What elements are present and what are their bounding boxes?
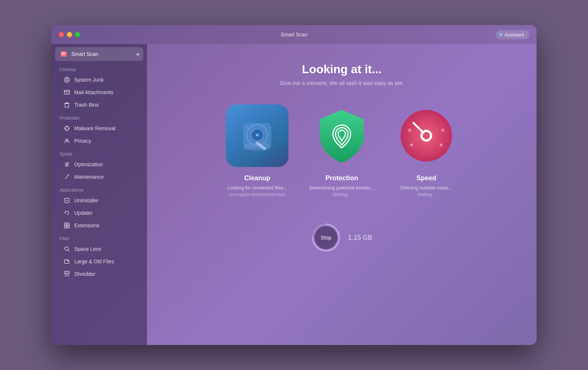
shredder-icon — [63, 270, 71, 278]
sidebar-section-files: Files — [51, 232, 147, 243]
sidebar-item-large-old-files[interactable]: Large & Old Files — [55, 255, 143, 268]
sidebar-active-label: Smart Scan — [71, 51, 98, 57]
sidebar-item-space-lens[interactable]: Space Lens — [55, 243, 143, 255]
svg-point-42 — [256, 134, 258, 136]
title-bar: Smart Scan Assistant — [51, 25, 537, 44]
privacy-label: Privacy — [74, 138, 91, 144]
svg-rect-33 — [64, 271, 69, 273]
protection-card-title: Protection — [325, 174, 358, 182]
large-old-files-label: Large & Old Files — [74, 259, 114, 264]
cleanup-card-status: Looking for unneeded files... — [227, 185, 287, 191]
mail-icon — [63, 89, 71, 96]
smart-scan-icon — [60, 50, 68, 58]
maintenance-label: Maintenance — [74, 174, 104, 180]
stop-button-container: Stop — [311, 223, 341, 252]
uninstaller-label: Uninstaller — [74, 198, 98, 203]
sidebar-item-updater[interactable]: Updater — [55, 207, 143, 219]
sidebar-item-trash-bins[interactable]: Trash Bins — [55, 99, 143, 111]
main-subtitle: Give me a moment. We all wish it was eas… — [280, 80, 404, 86]
svg-point-4 — [66, 79, 68, 81]
malware-icon — [63, 125, 71, 132]
svg-rect-2 — [62, 54, 64, 55]
speed-icon — [395, 104, 458, 167]
svg-point-21 — [66, 164, 67, 165]
svg-point-23 — [66, 166, 67, 167]
svg-rect-29 — [67, 226, 69, 228]
bottom-controls: Stop 1,15 GB — [311, 223, 372, 252]
main-content: Looking at it... Give me a moment. We al… — [147, 44, 537, 345]
assistant-button[interactable]: Assistant — [496, 30, 529, 39]
sidebar-item-privacy[interactable]: Privacy — [55, 135, 143, 147]
content-area: Smart Scan ◀ Cleanup System Junk — [51, 44, 537, 345]
sidebar-item-maintenance[interactable]: Maintenance — [55, 171, 143, 183]
protection-card-sub-status: Waiting... — [333, 192, 351, 197]
protection-card: Protection Determining potential threats… — [305, 104, 379, 197]
svg-point-22 — [67, 163, 68, 164]
updater-icon — [63, 209, 71, 217]
speed-card-title: Speed — [416, 174, 436, 182]
sidebar-section-applications: Applications — [51, 183, 147, 194]
sidebar-item-malware-removal[interactable]: Malware Removal — [55, 122, 143, 135]
extensions-label: Extensions — [74, 223, 99, 228]
window-title: Smart Scan — [280, 32, 307, 38]
svg-point-51 — [423, 132, 430, 139]
sidebar-section-speed: Speed — [51, 147, 147, 158]
cleanup-card-sub-status: com.apple.AssistantServices — [229, 192, 285, 197]
system-junk-label: System Junk — [74, 77, 104, 83]
cleanup-icon — [226, 104, 288, 167]
space-lens-icon — [63, 245, 71, 253]
sidebar-section-cleanup: Cleanup — [51, 63, 147, 74]
close-button[interactable] — [59, 32, 64, 37]
protection-card-status: Determining potential threats... — [309, 185, 374, 191]
sidebar-item-optimization[interactable]: Optimization — [55, 158, 143, 171]
svg-rect-26 — [64, 223, 67, 225]
size-label: 1,15 GB — [348, 234, 372, 242]
sidebar-item-extensions[interactable]: Extensions — [55, 219, 143, 232]
svg-rect-1 — [62, 53, 65, 53]
sidebar-section-protection: Protection — [51, 111, 147, 122]
sidebar-item-mail-attachments[interactable]: Mail Attachments — [55, 86, 143, 99]
app-window: Smart Scan Assistant Smart Scan ◀ — [51, 25, 537, 345]
system-junk-icon — [63, 76, 71, 83]
cards-row: Cleanup Looking for unneeded files... co… — [220, 104, 463, 197]
sidebar-arrow-icon: ◀ — [136, 51, 139, 57]
optimization-label: Optimization — [74, 161, 103, 167]
maintenance-icon — [63, 173, 71, 181]
trash-bins-label: Trash Bins — [74, 102, 98, 108]
space-lens-label: Space Lens — [74, 246, 101, 252]
large-files-icon — [63, 258, 71, 265]
svg-point-48 — [440, 143, 442, 146]
sidebar-item-system-junk[interactable]: System Junk — [55, 74, 143, 86]
main-title: Looking at it... — [302, 63, 382, 76]
sidebar-item-smart-scan[interactable]: Smart Scan ◀ — [55, 47, 143, 61]
speed-card: Speed Defining suitable tasks... Waiting… — [390, 104, 463, 197]
svg-rect-7 — [65, 103, 69, 107]
svg-point-30 — [65, 247, 68, 250]
svg-line-34 — [65, 273, 65, 277]
privacy-icon — [63, 137, 71, 145]
trash-icon — [63, 101, 71, 108]
speed-card-sub-status: Waiting... — [417, 192, 435, 197]
uninstaller-icon — [63, 197, 71, 204]
svg-rect-27 — [67, 223, 69, 225]
sidebar-item-shredder[interactable]: Shredder — [55, 268, 143, 280]
sidebar-item-uninstaller[interactable]: Uninstaller — [55, 194, 143, 207]
svg-point-47 — [441, 129, 444, 132]
svg-line-31 — [68, 250, 69, 252]
svg-point-46 — [410, 143, 413, 146]
svg-rect-28 — [64, 226, 67, 228]
assistant-dot-icon — [499, 33, 502, 36]
speed-card-status: Defining suitable tasks... — [401, 185, 452, 191]
mail-attachments-label: Mail Attachments — [74, 89, 114, 95]
cleanup-card: Cleanup Looking for unneeded files... co… — [220, 104, 294, 197]
sidebar: Smart Scan ◀ Cleanup System Junk — [51, 44, 147, 345]
minimize-button[interactable] — [67, 32, 72, 37]
cleanup-card-title: Cleanup — [244, 174, 270, 182]
optimization-icon — [63, 161, 71, 168]
svg-point-45 — [408, 129, 411, 132]
extensions-icon — [63, 222, 71, 229]
malware-removal-label: Malware Removal — [74, 125, 115, 131]
stop-button[interactable]: Stop — [315, 226, 337, 249]
protection-icon — [311, 104, 373, 167]
maximize-button[interactable] — [75, 32, 80, 37]
